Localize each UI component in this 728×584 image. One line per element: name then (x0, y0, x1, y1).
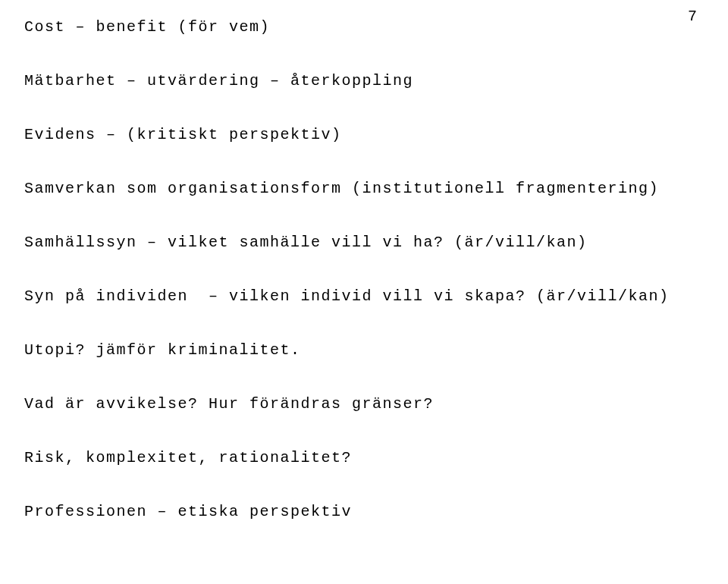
text-line: Evidens – (kritiskt perspektiv) (24, 126, 682, 144)
text-line: Samverkan som organisationsform (institu… (24, 180, 682, 198)
text-line: Professionen – etiska perspektiv (24, 503, 682, 521)
text-line: Mätbarhet – utvärdering – återkoppling (24, 72, 682, 90)
text-line: Vad är avvikelse? Hur förändras gränser? (24, 395, 682, 413)
document-page: 7 Cost – benefit (för vem) Mätbarhet – u… (0, 0, 728, 584)
text-line: Utopi? jämför kriminalitet. (24, 341, 682, 360)
page-number: 7 (688, 8, 698, 25)
text-line: Cost – benefit (för vem) (24, 18, 682, 36)
text-line: Risk, komplexitet, rationalitet? (24, 449, 682, 467)
text-line: Samhällssyn – vilket samhälle vill vi ha… (24, 234, 682, 252)
text-line: Syn på individen – vilken individ vill v… (24, 287, 682, 306)
